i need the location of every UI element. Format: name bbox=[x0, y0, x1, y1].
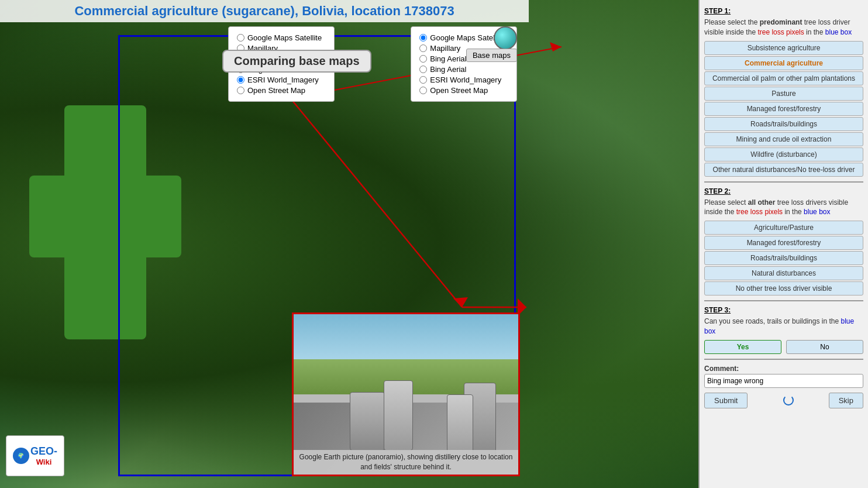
no-button[interactable]: No bbox=[786, 340, 863, 354]
step2-divider bbox=[704, 300, 863, 301]
step1-header: STEP 1: bbox=[704, 7, 863, 15]
radio-left-osm[interactable]: Open Street Map bbox=[237, 86, 326, 95]
skip-button[interactable]: Skip bbox=[829, 393, 863, 408]
radio-left-google[interactable]: Google Maps Satellite bbox=[237, 33, 326, 42]
step1-option-subsistence[interactable]: Subsistence agriculture bbox=[704, 41, 863, 55]
panoramio-photo-inset: Google Earth picture (panoramio), showin… bbox=[292, 312, 520, 476]
yes-no-row: Yes No bbox=[704, 340, 863, 354]
title-text: Commercial agriculture (sugarcane), Boli… bbox=[74, 4, 454, 18]
step2-option-managed-forest[interactable]: Managed forest/forestry bbox=[704, 236, 863, 250]
yes-button[interactable]: Yes bbox=[704, 340, 781, 354]
comment-label: Comment: bbox=[704, 365, 863, 373]
step2-option-roads[interactable]: Roads/trails/buildings bbox=[704, 251, 863, 265]
step1-option-palm[interactable]: Commercial oil palm or other palm planta… bbox=[704, 71, 863, 85]
comment-section: Comment: bbox=[704, 365, 863, 388]
step1-option-managed-forest[interactable]: Managed forest/forestry bbox=[704, 102, 863, 116]
base-maps-button[interactable]: Base maps bbox=[466, 49, 517, 62]
main-layout: Commercial agriculture (sugarcane), Boli… bbox=[0, 0, 868, 488]
bottom-buttons: Submit Skip bbox=[704, 393, 863, 408]
globe-icon bbox=[494, 26, 517, 50]
step1-divider bbox=[704, 181, 863, 183]
step1-option-roads[interactable]: Roads/trails/buildings bbox=[704, 117, 863, 131]
step2-header: STEP 2: bbox=[704, 187, 863, 195]
page-title: Commercial agriculture (sugarcane), Boli… bbox=[0, 0, 529, 22]
step1-option-pasture[interactable]: Pasture bbox=[704, 87, 863, 101]
step3-description: Can you see roads, trails or buildings i… bbox=[704, 317, 863, 336]
refresh-icon bbox=[783, 395, 794, 405]
step3-header: STEP 3: bbox=[704, 306, 863, 314]
forest-cross-shape bbox=[29, 47, 181, 398]
step1-option-commercial-ag[interactable]: Commercial agriculture bbox=[704, 56, 863, 70]
map-area: Commercial agriculture (sugarcane), Boli… bbox=[0, 0, 698, 488]
step3-divider bbox=[704, 359, 863, 360]
step1-option-wildfire[interactable]: Wildfire (disturbance) bbox=[704, 147, 863, 161]
radio-right-osm[interactable]: Open Street Map bbox=[419, 86, 508, 95]
step2-description: Please select all other tree loss driver… bbox=[704, 198, 863, 218]
step2-option-no-other[interactable]: No other tree loss driver visible bbox=[704, 281, 863, 295]
step1-option-mining[interactable]: Mining and crude oil extraction bbox=[704, 132, 863, 146]
geowiki-logo: 🌍 GEO- Wiki bbox=[6, 435, 64, 476]
step2-option-natural[interactable]: Natural disturbances bbox=[704, 266, 863, 280]
geo-text: GEO- bbox=[30, 445, 57, 458]
sidebar: STEP 1: Please select the predominant tr… bbox=[698, 0, 868, 488]
radio-right-esri[interactable]: ESRI World_Imagery bbox=[419, 75, 508, 84]
submit-button[interactable]: Submit bbox=[704, 393, 748, 408]
photo-caption: Google Earth picture (panoramio), showin… bbox=[294, 450, 518, 475]
radio-left-esri[interactable]: ESRI World_Imagery bbox=[237, 75, 326, 84]
wiki-text: Wiki bbox=[30, 458, 57, 466]
step2-option-agriculture[interactable]: Agriculture/Pasture bbox=[704, 221, 863, 235]
radio-right-bing[interactable]: Bing Aerial bbox=[419, 65, 508, 74]
compare-tooltip: Comparing base maps bbox=[222, 50, 371, 73]
step1-option-other[interactable]: Other natural disturbances/No tree-loss … bbox=[704, 163, 863, 177]
comment-input[interactable] bbox=[704, 374, 863, 388]
step1-description: Please select the predominant tree loss … bbox=[704, 18, 863, 37]
